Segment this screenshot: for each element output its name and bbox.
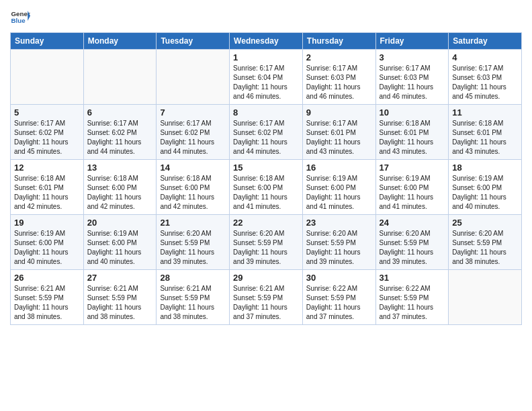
day-number: 12 bbox=[14, 163, 80, 173]
day-info: Sunrise: 6:20 AM Sunset: 5:59 PM Dayligh… bbox=[233, 229, 299, 267]
calendar-cell bbox=[83, 50, 157, 105]
calendar-cell: 24Sunrise: 6:20 AM Sunset: 5:59 PM Dayli… bbox=[375, 215, 449, 270]
calendar-cell: 19Sunrise: 6:19 AM Sunset: 6:00 PM Dayli… bbox=[11, 215, 84, 270]
day-info: Sunrise: 6:17 AM Sunset: 6:03 PM Dayligh… bbox=[380, 64, 445, 101]
day-number: 6 bbox=[87, 107, 153, 118]
calendar-cell: 20Sunrise: 6:19 AM Sunset: 6:00 PM Dayli… bbox=[83, 215, 157, 270]
calendar-cell: 28Sunrise: 6:21 AM Sunset: 5:59 PM Dayli… bbox=[157, 270, 230, 325]
calendar-week-row: 1Sunrise: 6:17 AM Sunset: 6:04 PM Daylig… bbox=[11, 50, 522, 105]
day-info: Sunrise: 6:18 AM Sunset: 6:00 PM Dayligh… bbox=[87, 174, 153, 212]
day-info: Sunrise: 6:17 AM Sunset: 6:02 PM Dayligh… bbox=[160, 119, 226, 156]
day-number: 20 bbox=[87, 218, 153, 228]
calendar-cell: 6Sunrise: 6:17 AM Sunset: 6:02 PM Daylig… bbox=[83, 105, 157, 160]
day-number: 8 bbox=[233, 107, 299, 118]
calendar-cell: 14Sunrise: 6:18 AM Sunset: 6:00 PM Dayli… bbox=[157, 160, 230, 215]
weekday-header-tuesday: Tuesday bbox=[157, 33, 230, 50]
day-number: 30 bbox=[306, 273, 372, 283]
calendar-cell bbox=[11, 50, 84, 105]
calendar-cell: 11Sunrise: 6:18 AM Sunset: 6:01 PM Dayli… bbox=[449, 105, 522, 160]
day-info: Sunrise: 6:20 AM Sunset: 5:59 PM Dayligh… bbox=[380, 229, 445, 267]
calendar-table: SundayMondayTuesdayWednesdayThursdayFrid… bbox=[10, 32, 522, 325]
calendar-week-row: 26Sunrise: 6:21 AM Sunset: 5:59 PM Dayli… bbox=[11, 270, 522, 325]
day-number: 29 bbox=[233, 273, 299, 283]
day-number: 3 bbox=[380, 52, 445, 62]
day-number: 13 bbox=[87, 163, 153, 173]
calendar-week-row: 19Sunrise: 6:19 AM Sunset: 6:00 PM Dayli… bbox=[11, 215, 522, 270]
weekday-header-thursday: Thursday bbox=[302, 33, 375, 50]
calendar-cell: 25Sunrise: 6:20 AM Sunset: 5:59 PM Dayli… bbox=[449, 215, 522, 270]
day-info: Sunrise: 6:19 AM Sunset: 6:00 PM Dayligh… bbox=[306, 174, 372, 212]
calendar-cell: 21Sunrise: 6:20 AM Sunset: 5:59 PM Dayli… bbox=[157, 215, 230, 270]
day-number: 19 bbox=[14, 218, 80, 228]
day-info: Sunrise: 6:17 AM Sunset: 6:02 PM Dayligh… bbox=[87, 119, 153, 156]
day-number: 26 bbox=[14, 273, 80, 283]
calendar-cell: 29Sunrise: 6:21 AM Sunset: 5:59 PM Dayli… bbox=[230, 270, 303, 325]
day-number: 4 bbox=[452, 52, 518, 62]
calendar-cell: 23Sunrise: 6:20 AM Sunset: 5:59 PM Dayli… bbox=[302, 215, 375, 270]
day-number: 21 bbox=[160, 218, 226, 228]
day-number: 17 bbox=[380, 163, 445, 173]
day-number: 24 bbox=[380, 218, 445, 228]
day-info: Sunrise: 6:21 AM Sunset: 5:59 PM Dayligh… bbox=[87, 284, 153, 322]
calendar-cell bbox=[157, 50, 230, 105]
calendar-cell: 1Sunrise: 6:17 AM Sunset: 6:04 PM Daylig… bbox=[230, 50, 303, 105]
calendar-cell: 8Sunrise: 6:17 AM Sunset: 6:02 PM Daylig… bbox=[230, 105, 303, 160]
day-number: 10 bbox=[380, 107, 445, 118]
page: General Blue SundayMondayTuesdayWednesda… bbox=[0, 0, 532, 411]
day-info: Sunrise: 6:21 AM Sunset: 5:59 PM Dayligh… bbox=[160, 284, 226, 322]
weekday-header-wednesday: Wednesday bbox=[230, 33, 303, 50]
day-info: Sunrise: 6:20 AM Sunset: 5:59 PM Dayligh… bbox=[306, 229, 372, 267]
day-number: 5 bbox=[14, 107, 80, 118]
calendar-cell: 9Sunrise: 6:17 AM Sunset: 6:01 PM Daylig… bbox=[302, 105, 375, 160]
day-info: Sunrise: 6:17 AM Sunset: 6:03 PM Dayligh… bbox=[452, 64, 518, 101]
calendar-cell: 7Sunrise: 6:17 AM Sunset: 6:02 PM Daylig… bbox=[157, 105, 230, 160]
day-number: 16 bbox=[306, 163, 372, 173]
calendar-cell: 12Sunrise: 6:18 AM Sunset: 6:01 PM Dayli… bbox=[11, 160, 84, 215]
weekday-header-sunday: Sunday bbox=[11, 33, 84, 50]
day-info: Sunrise: 6:17 AM Sunset: 6:03 PM Dayligh… bbox=[306, 64, 372, 101]
day-info: Sunrise: 6:17 AM Sunset: 6:02 PM Dayligh… bbox=[233, 119, 299, 156]
day-info: Sunrise: 6:19 AM Sunset: 6:00 PM Dayligh… bbox=[452, 174, 518, 212]
day-number: 11 bbox=[452, 107, 518, 118]
day-info: Sunrise: 6:21 AM Sunset: 5:59 PM Dayligh… bbox=[233, 284, 299, 322]
calendar-cell: 30Sunrise: 6:22 AM Sunset: 5:59 PM Dayli… bbox=[302, 270, 375, 325]
day-info: Sunrise: 6:17 AM Sunset: 6:04 PM Dayligh… bbox=[233, 64, 299, 101]
day-number: 1 bbox=[233, 52, 299, 62]
day-number: 15 bbox=[233, 163, 299, 173]
day-info: Sunrise: 6:17 AM Sunset: 6:01 PM Dayligh… bbox=[306, 119, 372, 156]
svg-text:General: General bbox=[11, 10, 31, 17]
day-info: Sunrise: 6:19 AM Sunset: 6:00 PM Dayligh… bbox=[87, 229, 153, 267]
day-info: Sunrise: 6:18 AM Sunset: 6:00 PM Dayligh… bbox=[233, 174, 299, 212]
day-number: 31 bbox=[380, 273, 445, 283]
calendar-cell bbox=[449, 270, 522, 325]
day-number: 25 bbox=[452, 218, 518, 228]
day-number: 28 bbox=[160, 273, 226, 283]
day-number: 22 bbox=[233, 218, 299, 228]
calendar-cell: 18Sunrise: 6:19 AM Sunset: 6:00 PM Dayli… bbox=[449, 160, 522, 215]
calendar-cell: 26Sunrise: 6:21 AM Sunset: 5:59 PM Dayli… bbox=[11, 270, 84, 325]
day-number: 7 bbox=[160, 107, 226, 118]
day-info: Sunrise: 6:19 AM Sunset: 6:00 PM Dayligh… bbox=[380, 174, 445, 212]
day-number: 2 bbox=[306, 52, 372, 62]
calendar-cell: 3Sunrise: 6:17 AM Sunset: 6:03 PM Daylig… bbox=[375, 50, 449, 105]
calendar-cell: 16Sunrise: 6:19 AM Sunset: 6:00 PM Dayli… bbox=[302, 160, 375, 215]
calendar-cell: 5Sunrise: 6:17 AM Sunset: 6:02 PM Daylig… bbox=[11, 105, 84, 160]
weekday-header-saturday: Saturday bbox=[449, 33, 522, 50]
logo: General Blue bbox=[10, 7, 30, 27]
day-number: 14 bbox=[160, 163, 226, 173]
day-info: Sunrise: 6:18 AM Sunset: 6:01 PM Dayligh… bbox=[14, 174, 80, 212]
weekday-header-row: SundayMondayTuesdayWednesdayThursdayFrid… bbox=[11, 33, 522, 50]
calendar-cell: 4Sunrise: 6:17 AM Sunset: 6:03 PM Daylig… bbox=[449, 50, 522, 105]
day-number: 23 bbox=[306, 218, 372, 228]
day-number: 27 bbox=[87, 273, 153, 283]
day-info: Sunrise: 6:21 AM Sunset: 5:59 PM Dayligh… bbox=[14, 284, 80, 322]
svg-text:Blue: Blue bbox=[11, 17, 26, 24]
calendar-cell: 31Sunrise: 6:22 AM Sunset: 5:59 PM Dayli… bbox=[375, 270, 449, 325]
calendar-cell: 17Sunrise: 6:19 AM Sunset: 6:00 PM Dayli… bbox=[375, 160, 449, 215]
weekday-header-monday: Monday bbox=[83, 33, 157, 50]
day-info: Sunrise: 6:20 AM Sunset: 5:59 PM Dayligh… bbox=[160, 229, 226, 267]
day-number: 9 bbox=[306, 107, 372, 118]
day-info: Sunrise: 6:22 AM Sunset: 5:59 PM Dayligh… bbox=[306, 284, 372, 322]
day-info: Sunrise: 6:22 AM Sunset: 5:59 PM Dayligh… bbox=[380, 284, 445, 322]
calendar-week-row: 12Sunrise: 6:18 AM Sunset: 6:01 PM Dayli… bbox=[11, 160, 522, 215]
